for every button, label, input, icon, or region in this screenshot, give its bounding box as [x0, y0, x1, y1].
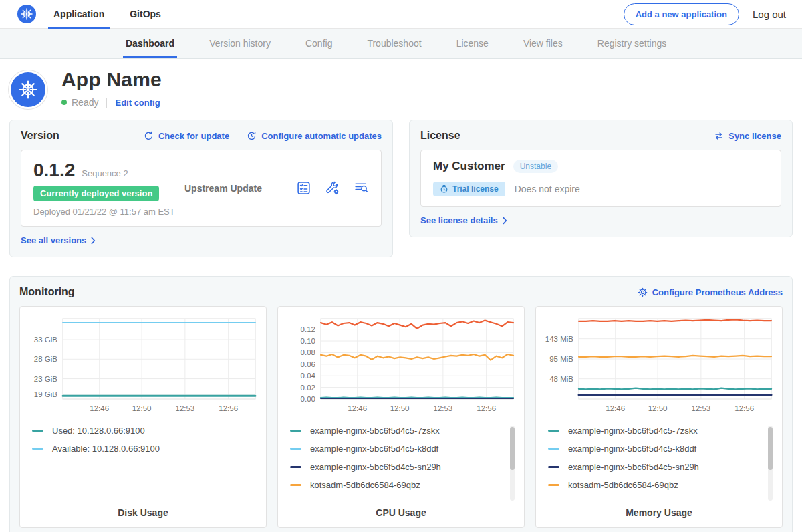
version-number: 0.1.2 — [33, 160, 75, 181]
legend-item: Used: 10.128.0.66:9100 — [32, 426, 246, 436]
legend-color-dash — [290, 430, 301, 432]
legend-label: example-nginx-5bc6f5d4c5-sn29h — [568, 462, 699, 472]
sync-license-label: Sync license — [728, 131, 781, 141]
chart-title: Disk Usage — [25, 507, 261, 518]
chart-title: CPU Usage — [283, 507, 519, 518]
svg-text:0.12: 0.12 — [301, 325, 315, 334]
version-sequence: Sequence 2 — [82, 168, 128, 178]
legend-label: kotsadm-5db6dc6584-69qbz — [310, 480, 420, 490]
sync-arrows-icon — [714, 131, 724, 141]
cpu-usage-chart: 0.000.020.040.060.080.100.1212:4612:5012… — [283, 312, 519, 419]
customer-name: My Customer — [433, 160, 505, 173]
refresh-icon — [144, 131, 154, 141]
chart-title: Memory Usage — [541, 507, 777, 518]
monitoring-section: Monitoring Configure Prometheus Address … — [9, 276, 793, 532]
kubernetes-logo-icon[interactable] — [17, 5, 36, 23]
legend-scrollbar-thumb[interactable] — [510, 427, 515, 470]
legend-color-dash — [548, 448, 559, 450]
view-logs-icon[interactable] — [354, 180, 369, 196]
stopwatch-icon — [440, 184, 448, 194]
configure-automatic-updates-label: Configure automatic updates — [261, 131, 382, 141]
svg-text:143 MiB: 143 MiB — [545, 335, 574, 343]
svg-text:12:56: 12:56 — [219, 404, 238, 412]
legend-color-dash — [290, 466, 301, 468]
legend-label: example-nginx-5bc6f5d4c5-k8ddf — [310, 444, 438, 454]
legend-label: example-nginx-5bc6f5d4c5-7zskx — [568, 426, 698, 436]
legend-color-dash — [548, 484, 559, 486]
svg-text:0.04: 0.04 — [301, 372, 316, 380]
configure-prometheus-label: Configure Prometheus Address — [652, 287, 783, 297]
see-all-versions-label: See all versions — [21, 235, 86, 245]
channel-badge: Unstable — [513, 160, 558, 173]
legend-item: example-nginx-5bc6f5d4c5-sn29h — [548, 462, 762, 472]
divider — [106, 98, 107, 108]
svg-text:12:50: 12:50 — [648, 404, 668, 412]
version-card-title: Version — [21, 130, 59, 142]
svg-text:12:53: 12:53 — [433, 404, 452, 412]
legend-item: example-nginx-5bc6f5d4c5-sn29h — [290, 462, 504, 472]
edit-config-link[interactable]: Edit config — [115, 98, 160, 108]
preflight-checks-icon[interactable] — [296, 180, 311, 196]
tab-license[interactable]: License — [456, 29, 489, 58]
license-type-badge: Trial license — [433, 182, 505, 196]
current-version-panel: 0.1.2 Sequence 2 Currently deployed vers… — [21, 150, 382, 227]
svg-text:95 MiB: 95 MiB — [549, 355, 573, 363]
chevron-right-icon — [503, 217, 507, 225]
legend-label: kotsadm-5db6dc6584-69qbz — [568, 480, 678, 490]
topnav-tab-application[interactable]: Application — [53, 0, 104, 29]
legend-color-dash — [32, 448, 43, 450]
configure-automatic-updates-link[interactable]: Configure automatic updates — [247, 131, 382, 141]
tab-registry-settings[interactable]: Registry settings — [597, 29, 666, 58]
legend-label: Available: 10.128.0.66:9100 — [52, 444, 160, 454]
clock-refresh-icon — [247, 131, 257, 141]
logout-link[interactable]: Log out — [753, 9, 786, 20]
cards-row: Version Check for update Configure autom… — [0, 117, 802, 257]
see-license-details-link[interactable]: See license details — [420, 215, 507, 225]
legend-scrollbar-thumb[interactable] — [768, 427, 773, 470]
configure-prometheus-link[interactable]: Configure Prometheus Address — [638, 287, 783, 297]
see-license-details-label: See license details — [420, 215, 498, 225]
tab-dashboard[interactable]: Dashboard — [126, 29, 174, 58]
svg-text:12:46: 12:46 — [606, 404, 625, 412]
tab-troubleshoot[interactable]: Troubleshoot — [367, 29, 421, 58]
svg-text:12:50: 12:50 — [132, 404, 152, 412]
svg-text:0.06: 0.06 — [301, 360, 315, 368]
legend-item: example-nginx-5bc6f5d4c5-7zskx — [290, 426, 504, 436]
check-for-update-link[interactable]: Check for update — [144, 131, 229, 141]
currently-deployed-badge: Currently deployed version — [33, 186, 159, 201]
app-header: App Name Ready Edit config — [0, 59, 802, 117]
status-dot-icon — [61, 100, 67, 105]
license-type-label: Trial license — [452, 184, 499, 194]
gear-icon — [638, 287, 648, 297]
license-details-panel: My Customer Unstable Trial license Does … — [420, 150, 781, 207]
disk-usage-card: 19 GiB23 GiB28 GiB33 GiB12:4612:5012:531… — [19, 306, 267, 528]
tab-view-files[interactable]: View files — [523, 29, 563, 58]
tab-version-history[interactable]: Version history — [209, 29, 271, 58]
see-all-versions-link[interactable]: See all versions — [21, 235, 96, 245]
disk-usage-legend: Used: 10.128.0.66:9100Available: 10.128.… — [32, 426, 258, 505]
svg-text:48 MiB: 48 MiB — [549, 375, 573, 383]
topnav-right: Add a new application Log out — [624, 3, 786, 25]
cpu-usage-legend: example-nginx-5bc6f5d4c5-7zskxexample-ng… — [290, 426, 516, 505]
license-card-title: License — [420, 130, 460, 142]
legend-label: example-nginx-5bc6f5d4c5-k8ddf — [568, 444, 696, 454]
svg-text:12:46: 12:46 — [348, 404, 367, 412]
svg-text:0.08: 0.08 — [301, 348, 315, 356]
sync-license-link[interactable]: Sync license — [714, 131, 781, 141]
svg-text:0.02: 0.02 — [301, 384, 315, 392]
memory-usage-card: 48 MiB95 MiB143 MiB12:4612:5012:5312:56 … — [535, 306, 783, 528]
memory-usage-chart: 48 MiB95 MiB143 MiB12:4612:5012:5312:56 — [541, 312, 777, 419]
svg-text:12:53: 12:53 — [691, 404, 710, 412]
add-application-button[interactable]: Add a new application — [624, 3, 739, 25]
config-wrench-icon[interactable] — [325, 180, 340, 196]
svg-text:12:50: 12:50 — [390, 404, 410, 412]
legend-color-dash — [290, 448, 301, 450]
topnav-tab-gitops[interactable]: GitOps — [130, 0, 161, 29]
svg-text:28 GiB: 28 GiB — [34, 355, 57, 363]
legend-item: example-nginx-5bc6f5d4c5-7zskx — [548, 426, 762, 436]
app-status-text: Ready — [72, 97, 98, 108]
svg-text:33 GiB: 33 GiB — [34, 336, 57, 344]
tab-config[interactable]: Config — [305, 29, 332, 58]
legend-item: Available: 10.128.0.66:9100 — [32, 444, 246, 454]
svg-text:12:56: 12:56 — [477, 404, 496, 412]
